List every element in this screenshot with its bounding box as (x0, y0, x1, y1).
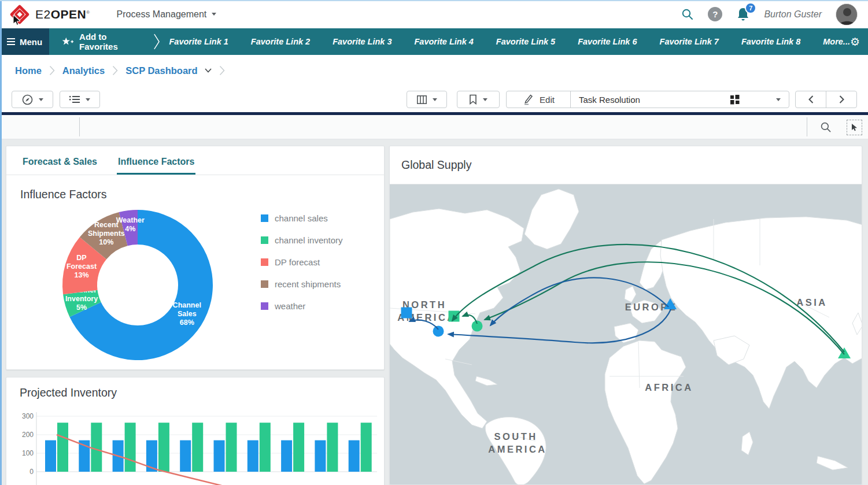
legend-item-dp-forecast[interactable]: DP forecast (261, 257, 343, 267)
pencil-icon (522, 94, 534, 105)
favorites-navbar: Menu Add to Favorites Favorite Link 1Fav… (0, 28, 868, 55)
avatar[interactable] (836, 3, 858, 25)
legend-item-recent-shipments[interactable]: recent shipments (261, 279, 343, 289)
bar-green[interactable] (260, 423, 271, 472)
dashboard-grid-icon (730, 95, 740, 105)
bar-blue[interactable] (45, 440, 56, 472)
user-name[interactable]: Burton Guster (764, 9, 822, 20)
breadcrumb-separator (49, 65, 55, 76)
breadcrumb: HomeAnalyticsSCP Dashboard (0, 55, 868, 86)
global-supply-map[interactable]: NORTHAMERICAEUROPEASIAAFRICASOUTHAMERICA (390, 184, 862, 485)
favorite-link-favorite-link-6[interactable]: Favorite Link 6 (578, 37, 637, 46)
more-links-button[interactable]: More... (823, 37, 850, 46)
global-supply-panel: Global Supply (389, 146, 862, 485)
legend-item-channel-sales[interactable]: channel sales (261, 213, 343, 223)
e2open-logo[interactable]: E2OPEN® (9, 4, 90, 25)
legend-swatch (261, 258, 268, 266)
window-edge-top (0, 0, 868, 1)
chevron-down-icon (212, 13, 216, 16)
search-icon[interactable] (681, 8, 694, 21)
hamburger-icon (7, 36, 15, 47)
add-to-favorites-button[interactable]: Add to Favorites (62, 32, 142, 51)
bar-green[interactable] (293, 423, 304, 472)
bar-blue[interactable] (315, 440, 326, 472)
legend-item-channel-inventory[interactable]: channel inventory (261, 235, 343, 245)
star-plus-icon (62, 36, 73, 47)
area-select-tool[interactable] (847, 120, 862, 135)
bar-green[interactable] (125, 423, 136, 472)
bar-blue[interactable] (180, 440, 191, 472)
legend-label: weather (275, 301, 305, 311)
region-label-africa: AFRICA (645, 382, 693, 393)
breadcrumb-item-analytics[interactable]: Analytics (62, 65, 105, 76)
bar-green[interactable] (158, 423, 169, 472)
gear-icon[interactable]: ⚙ (850, 36, 860, 47)
bar-green[interactable] (192, 423, 203, 472)
notifications-button[interactable]: 7 (736, 7, 750, 22)
list-icon (69, 95, 80, 104)
menu-button-label: Menu (20, 37, 42, 47)
breadcrumb-separator (219, 65, 225, 76)
avatar-photo (836, 4, 858, 25)
global-supply-title: Global Supply (401, 158, 471, 172)
bar-blue[interactable] (281, 440, 292, 472)
legend-item-weather[interactable]: weather (261, 301, 343, 311)
chevron-down-icon (483, 98, 487, 101)
pager-arrows (795, 91, 857, 108)
chevron-left-icon (808, 95, 814, 103)
breadcrumb-item-scp-dashboard[interactable]: SCP Dashboard (125, 65, 197, 76)
north-america-green-square[interactable] (449, 311, 460, 322)
favorite-link-favorite-link-8[interactable]: Favorite Link 8 (741, 37, 800, 46)
favorite-link-favorite-link-2[interactable]: Favorite Link 2 (251, 37, 310, 46)
view-selector-dropdown[interactable]: Task Resolution (570, 91, 789, 108)
menu-button[interactable]: Menu (0, 28, 49, 55)
window-edge-left (0, 0, 2, 485)
projected-inventory-title: Projected Inventory (20, 386, 384, 399)
view-selector-value: Task Resolution (579, 95, 700, 105)
favorite-link-favorite-link-1[interactable]: Favorite Link 1 (169, 37, 228, 46)
favorite-link-favorite-link-5[interactable]: Favorite Link 5 (496, 37, 555, 46)
y-tick-label: 0 (29, 468, 34, 476)
previous-view-button[interactable] (796, 91, 826, 108)
bar-green[interactable] (226, 423, 237, 472)
dashboard-subtoolbar (0, 115, 868, 139)
list-view-dropdown[interactable] (60, 91, 100, 108)
favorites-separator-chevron (153, 32, 160, 51)
app-menu-dropdown[interactable]: Process Management (117, 9, 217, 20)
region-label-america: AMERICA (488, 444, 547, 454)
region-label-asia: ASIA (796, 297, 827, 308)
legend-label: channel sales (275, 213, 328, 223)
navigation-mode-dropdown[interactable] (12, 91, 53, 108)
bar-green[interactable] (361, 423, 372, 472)
bar-green[interactable] (327, 423, 338, 472)
influence-factors-panel: Forecast & SalesInfluence Factors Influe… (6, 146, 385, 370)
chevron-down-icon (39, 98, 43, 101)
help-icon[interactable]: ? (708, 7, 722, 21)
view-selector-group: Edit Task Resolution (506, 91, 789, 108)
favorite-link-favorite-link-4[interactable]: Favorite Link 4 (415, 37, 474, 46)
next-view-button[interactable] (826, 91, 856, 108)
north-america-blue-square[interactable] (401, 308, 412, 319)
breadcrumb-item-home[interactable]: Home (15, 65, 42, 76)
bar-green[interactable] (91, 423, 102, 472)
y-tick-label: 100 (22, 449, 34, 457)
edit-button[interactable]: Edit (507, 91, 570, 108)
bar-blue[interactable] (248, 440, 258, 472)
legend-label: recent shipments (275, 279, 341, 289)
north-america-blue-circle[interactable] (433, 326, 444, 337)
cursor-arrow-icon (851, 124, 858, 131)
favorite-link-favorite-link-3[interactable]: Favorite Link 3 (333, 37, 391, 46)
favorite-link-favorite-link-7[interactable]: Favorite Link 7 (660, 37, 719, 46)
breadcrumb-dropdown-caret[interactable] (205, 68, 212, 73)
bar-blue[interactable] (349, 440, 360, 472)
chevron-right-icon (839, 95, 844, 103)
columns-layout-dropdown[interactable] (407, 91, 447, 108)
bar-blue[interactable] (214, 440, 225, 472)
bar-green[interactable] (57, 423, 68, 472)
zoom-search-icon[interactable] (820, 121, 832, 133)
legend-swatch (261, 302, 268, 310)
notification-badge: 7 (745, 2, 756, 14)
e2open-logo-icon (9, 4, 30, 25)
edit-button-label: Edit (540, 95, 555, 105)
bookmark-dropdown[interactable] (457, 91, 500, 108)
